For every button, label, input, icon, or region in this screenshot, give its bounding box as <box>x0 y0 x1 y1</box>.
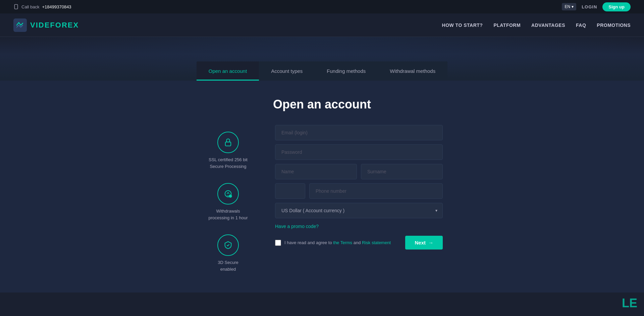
risk-statement-link[interactable]: Risk statement <box>362 240 391 245</box>
feature-3d-secure: 3D Secure enabled <box>217 234 239 272</box>
email-input[interactable] <box>275 125 443 140</box>
topbar: Call back +18499370843 EN ▾ LOGIN Sign u… <box>0 0 644 13</box>
phone-number-input[interactable] <box>309 183 443 199</box>
withdrawal-icon-circle: in <box>217 183 239 205</box>
phone-code-input[interactable]: 995 <box>275 183 305 199</box>
signup-button[interactable]: Sign up <box>602 2 631 11</box>
lang-label: EN <box>565 4 570 9</box>
phone-row: 995 <box>275 183 443 199</box>
terms-left: I have read and agree to the Terms and R… <box>275 240 398 246</box>
shield-icon <box>223 240 233 250</box>
callback-label: Call back <box>21 4 39 9</box>
promo-code-link[interactable]: Have a promo code? <box>275 224 443 229</box>
page-title: Open an account <box>0 97 644 111</box>
ssl-label: SSL certified 256 bit Secure Processing <box>209 156 248 170</box>
topbar-right: EN ▾ LOGIN Sign up <box>562 2 631 11</box>
currency-wrapper: US Dollar ( Account currency )Euro ( Acc… <box>275 203 443 218</box>
tabs-container: Open an account Account types Funding me… <box>197 61 447 81</box>
phone-icon <box>13 4 19 9</box>
form-layout: SSL certified 256 bit Secure Processing … <box>138 125 506 272</box>
nav-links: HOW TO START? PLATFORM ADVANTAGES FAQ PR… <box>442 22 631 28</box>
terms-label[interactable]: I have read and agree to the Terms and R… <box>284 240 391 245</box>
feature-ssl: SSL certified 256 bit Secure Processing <box>209 132 248 170</box>
phone-number: +18499370843 <box>42 4 71 9</box>
nav-promotions[interactable]: PROMOTIONS <box>597 22 631 28</box>
terms-link[interactable]: the Terms <box>333 240 352 245</box>
logo-link[interactable]: VIDEFOREX <box>13 18 79 32</box>
password-input[interactable] <box>275 144 443 160</box>
svg-rect-0 <box>14 4 17 9</box>
secure-label: 3D Secure enabled <box>218 259 238 272</box>
name-input[interactable] <box>275 164 357 179</box>
tab-account-types[interactable]: Account types <box>259 61 315 81</box>
surname-input[interactable] <box>361 164 443 179</box>
withdrawals-label: Withdrawals processing in 1 hour <box>208 208 248 221</box>
currency-select[interactable]: US Dollar ( Account currency )Euro ( Acc… <box>275 203 443 218</box>
nav-advantages[interactable]: ADVANTAGES <box>531 22 565 28</box>
tab-withdrawal-methods[interactable]: Withdrawal methods <box>378 61 447 81</box>
exchange-icon: in <box>223 189 233 198</box>
nav-faq[interactable]: FAQ <box>576 22 586 28</box>
nav-platform[interactable]: PLATFORM <box>493 22 521 28</box>
watermark: LE <box>622 297 637 309</box>
lock-icon <box>223 138 233 147</box>
svg-text:in: in <box>230 195 232 197</box>
account-form: 995 US Dollar ( Account currency )Euro (… <box>275 125 443 250</box>
arrow-right-icon: → <box>428 240 433 245</box>
language-button[interactable]: EN ▾ <box>562 3 576 10</box>
next-label: Next <box>415 240 426 245</box>
name-surname-row <box>275 164 443 179</box>
logo-icon <box>13 18 27 32</box>
main-content: Open an account SSL certified 256 bit Se… <box>0 81 644 292</box>
tab-open-account[interactable]: Open an account <box>197 61 259 81</box>
terms-checkbox[interactable] <box>275 240 281 246</box>
chevron-down-icon: ▾ <box>572 4 574 9</box>
navbar: VIDEFOREX HOW TO START? PLATFORM ADVANTA… <box>0 13 644 37</box>
hero-section: Open an account Account types Funding me… <box>0 37 644 81</box>
terms-row: I have read and agree to the Terms and R… <box>275 236 443 250</box>
secure-icon-circle <box>217 234 239 256</box>
svg-rect-2 <box>225 142 231 146</box>
tab-funding-methods[interactable]: Funding methods <box>315 61 378 81</box>
logo-text: VIDEFOREX <box>30 21 79 30</box>
login-button[interactable]: LOGIN <box>582 4 597 9</box>
topbar-left: Call back +18499370843 <box>13 4 71 9</box>
feature-withdrawals: in Withdrawals processing in 1 hour <box>208 183 248 221</box>
features-sidebar: SSL certified 256 bit Secure Processing … <box>201 125 255 272</box>
next-button[interactable]: Next → <box>405 236 443 250</box>
nav-how-to-start[interactable]: HOW TO START? <box>442 22 483 28</box>
ssl-icon-circle <box>217 132 239 153</box>
